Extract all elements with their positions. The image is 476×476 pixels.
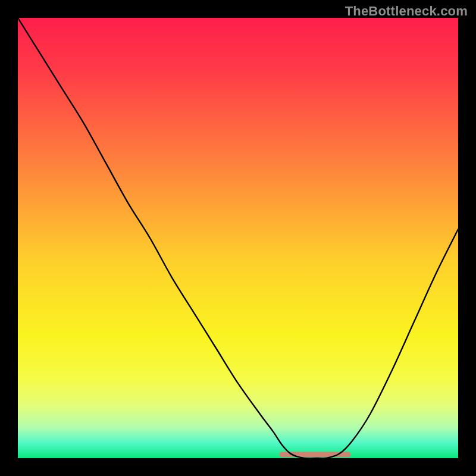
chart-frame: { "watermark": "TheBottleneck.com", "cha…	[0, 0, 476, 476]
watermark-text: TheBottleneck.com	[345, 4, 468, 19]
svg-rect-0	[18, 18, 458, 458]
plot-area	[18, 18, 458, 458]
bottleneck-chart	[18, 18, 458, 458]
